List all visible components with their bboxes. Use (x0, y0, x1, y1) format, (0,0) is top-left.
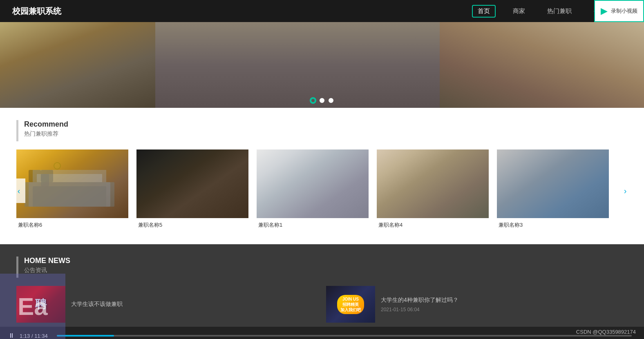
news-item-2[interactable]: JOIN US招聘精英加入我们吧 大学生的4种兼职你了解过吗？ 2021-01-… (326, 286, 628, 323)
cards-next-button[interactable]: › (619, 178, 632, 203)
news-thumb-2-content: JOIN US招聘精英加入我们吧 (326, 286, 375, 323)
news-titles: HOME NEWS 公告资讯 (24, 256, 70, 274)
navbar: 校园兼职系统 首页 商家 热门兼职 公告资 e ▶ 录制小视频 (0, 0, 644, 22)
hero-right-desk (440, 22, 644, 108)
nav-merchant[interactable]: 商家 (508, 6, 530, 17)
news-title-en: HOME NEWS (24, 256, 70, 265)
card-3-image (257, 149, 369, 218)
nav-hot-jobs[interactable]: 热门兼职 (542, 6, 577, 17)
news-thumb-1-text: 聘 (16, 286, 65, 323)
news-bar (16, 256, 18, 278)
nav-home[interactable]: 首页 (472, 5, 496, 18)
record-icon: ▶ (601, 6, 608, 16)
recommend-bar (16, 120, 18, 141)
news-item-1-title: 大学生该不该做兼职 (71, 300, 123, 308)
recommend-title-zh: 热门兼职推荐 (24, 130, 68, 138)
card-3-label: 兼职名称1 (257, 218, 369, 232)
news-header: HOME NEWS 公告资讯 (16, 256, 628, 278)
svg-rect-9 (25, 182, 114, 207)
news-section: HOME NEWS 公告资讯 聘 大学生该不该做兼职 JOIN US招聘精英加入… (0, 244, 644, 339)
card-2-image (136, 149, 248, 218)
video-progress-fill (57, 335, 114, 337)
video-bar: ⏸ 1:13 / 11:34 (0, 327, 644, 339)
slider-dot-3[interactable] (329, 98, 333, 103)
news-grid: 聘 大学生该不该做兼职 JOIN US招聘精英加入我们吧 大学生的4种兼职你了解… (16, 286, 628, 323)
card-5-image (497, 149, 609, 218)
video-pause-icon[interactable]: ⏸ (8, 332, 15, 339)
svg-rect-10 (33, 170, 106, 182)
recommend-header: Recommend 热门兼职推荐 (16, 120, 628, 141)
recommend-titles: Recommend 热门兼职推荐 (24, 120, 68, 138)
card-1-label: 兼职名称6 (16, 218, 128, 232)
record-label: 录制小视频 (611, 7, 637, 15)
card-5[interactable]: 兼职名称3 (497, 149, 609, 232)
video-time: 1:13 / 11:34 (20, 333, 48, 339)
slider-dot-1[interactable] (311, 98, 315, 103)
card-2-label: 兼职名称5 (136, 218, 248, 232)
news-item-2-content: 大学生的4种兼职你了解过吗？ 2021-01-15 06:04 (381, 296, 458, 312)
recommend-section: Recommend 热门兼职推荐 ‹ 兼职名称6 (0, 108, 644, 244)
slider-dot-2[interactable] (320, 98, 324, 103)
news-item-2-title: 大学生的4种兼职你了解过吗？ (381, 296, 458, 304)
card-4-label: 兼职名称4 (377, 218, 489, 232)
hero-slider (0, 22, 644, 108)
cards-prev-button[interactable]: ‹ (12, 178, 25, 203)
news-item-1[interactable]: 聘 大学生该不该做兼职 (16, 286, 318, 323)
slider-dots (311, 98, 333, 103)
news-item-2-date: 2021-01-15 06:04 (381, 307, 458, 312)
news-thumb-1: 聘 (16, 286, 65, 323)
cards-wrapper: ‹ 兼职名称6 (16, 149, 628, 232)
card-3[interactable]: 兼职名称1 (257, 149, 369, 232)
hero-left-desk (0, 22, 172, 108)
recommend-title-en: Recommend (24, 120, 68, 129)
news-title-zh: 公告资讯 (24, 267, 70, 274)
nav-brand: 校园兼职系统 (12, 6, 472, 17)
record-button[interactable]: ▶ 录制小视频 (594, 0, 644, 22)
card-5-label: 兼职名称3 (497, 218, 609, 232)
card-4[interactable]: 兼职名称4 (377, 149, 489, 232)
recruit-badge: JOIN US招聘精英加入我们吧 (337, 295, 364, 314)
hero-image (0, 22, 644, 108)
cards-container: 兼职名称6 兼职名称5 兼职名称1 (16, 149, 628, 232)
card-2[interactable]: 兼职名称5 (136, 149, 248, 232)
card-4-image (377, 149, 489, 218)
video-progress-bar[interactable] (57, 335, 632, 337)
news-item-1-content: 大学生该不该做兼职 (71, 300, 123, 308)
news-thumb-2: JOIN US招聘精英加入我们吧 (326, 286, 375, 323)
